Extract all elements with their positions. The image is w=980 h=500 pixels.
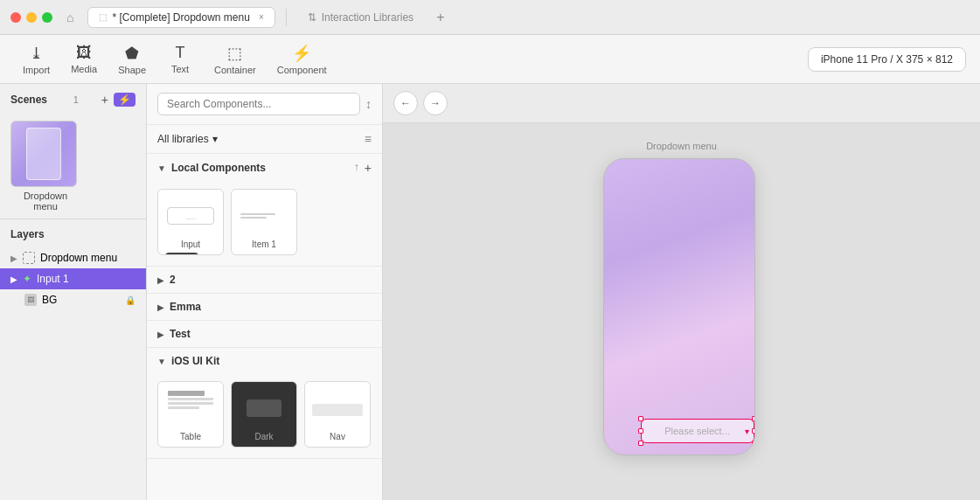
component-button[interactable]: ⚡ Component (268, 38, 336, 80)
close-button[interactable] (10, 12, 21, 23)
local-components-header[interactable]: ▼ Local Components ↑ + (147, 154, 382, 182)
section-2-arrow: ▶ (157, 275, 164, 285)
scenes-title: Scenes (10, 94, 47, 106)
nav-forward-button[interactable]: → (423, 91, 448, 115)
ios-comp-dark[interactable]: Dark (231, 381, 297, 448)
container-icon: ⬚ (227, 44, 242, 63)
ios-line-title (168, 391, 205, 396)
search-input[interactable] (157, 93, 360, 115)
ios-table-lines (165, 388, 216, 428)
comp-item1-preview (240, 207, 288, 225)
media-button[interactable]: 🖼 Media (62, 38, 106, 80)
ios-comp-label-dark: Dark (251, 430, 276, 443)
section-test-arrow: ▶ (157, 330, 164, 339)
ios-comp-nav[interactable]: Nav (304, 381, 371, 448)
device-selector[interactable]: iPhone 11 Pro / X 375 × 812 (808, 47, 966, 72)
layer-item-bg[interactable]: 🖼 BG 🔒 (0, 289, 146, 310)
library-filter-label: All libraries (157, 133, 209, 145)
handle-mr[interactable] (752, 428, 755, 434)
ios-comp-label-table: Table (177, 430, 205, 443)
layers-section: Layers ▶ Dropdown menu ▶ ✦ Input 1 🖼 BG … (0, 219, 146, 500)
input-tooltip: Input (165, 253, 198, 255)
list-view-icon[interactable]: ≡ (365, 132, 372, 146)
section-sort-icon[interactable]: ↑ (354, 161, 359, 175)
scenes-count: 1 (73, 94, 79, 105)
add-scene-button[interactable]: + (101, 93, 108, 107)
maximize-button[interactable] (42, 12, 52, 23)
comp-preview-item1 (238, 194, 290, 238)
local-components-title: Local Components (171, 162, 349, 174)
local-components-grid: ___ Input Input (147, 182, 382, 266)
handle-tr[interactable] (752, 416, 755, 421)
interaction-libraries-tab[interactable]: ⇅ Interaction Libraries (297, 8, 424, 27)
ios-dark-content (239, 388, 289, 428)
toolbar: ⤓ Import 🖼 Media ⬟ Shape T Text ⬚ Contai… (0, 35, 980, 84)
nav-back-button[interactable]: ← (393, 91, 418, 115)
tab-doc-icon: ⬚ (99, 12, 107, 22)
section-test: ▶ Test (147, 321, 382, 348)
scene-thumb-dropdown[interactable]: Dropdown menu (10, 121, 80, 212)
scene-thumbnails: Dropdown menu (0, 114, 146, 219)
component-card-input[interactable]: ___ Input Input (157, 189, 224, 255)
media-label: Media (71, 64, 97, 74)
search-bar: ↕ (147, 84, 382, 125)
section-ios-header[interactable]: ▼ iOS UI Kit (147, 348, 382, 374)
layer-item-dropdown[interactable]: ▶ Dropdown menu (0, 247, 146, 268)
import-icon: ⤓ (30, 44, 43, 63)
add-tab-button[interactable]: + (431, 8, 449, 27)
scene-thumb-image (10, 121, 77, 187)
device-input-box: Please select... ▾ (641, 419, 754, 443)
comp-line-1 (240, 213, 275, 215)
tab-close-button[interactable]: × (259, 12, 264, 22)
layer-expand-icon-input: ▶ (10, 274, 17, 284)
scenes-actions: + ⚡ (101, 93, 136, 107)
shape-label: Shape (118, 65, 146, 75)
section-add-icon[interactable]: + (365, 161, 372, 175)
minimize-button[interactable] (26, 12, 37, 23)
section-ios-title: iOS UI Kit (171, 355, 372, 367)
ios-line-3 (168, 406, 199, 409)
section-test-title: Test (170, 328, 372, 340)
ios-comp-label-nav: Nav (326, 430, 349, 443)
comp-input-preview-text: ___ (185, 212, 196, 219)
ios-components-grid: Table Dark Nav (147, 374, 382, 458)
layer-image-icon: 🖼 (24, 294, 37, 306)
section-2-header[interactable]: ▶ 2 (147, 267, 382, 293)
main-area: Scenes 1 + ⚡ Dropdown menu Layers ▶ Drop… (0, 84, 980, 500)
section-collapse-icon: ▼ (157, 163, 166, 173)
scene-thumb-inner (26, 128, 61, 180)
active-tab[interactable]: ⬚ * [Complete] Dropdown menu × (87, 7, 275, 28)
import-button[interactable]: ⤓ Import (14, 38, 59, 80)
tab-separator (286, 9, 287, 26)
section-test-header[interactable]: ▶ Test (147, 321, 382, 347)
component-label: Component (277, 65, 327, 75)
titlebar: ⌂ ⬚ * [Complete] Dropdown menu × ⇅ Inter… (0, 0, 980, 35)
container-button[interactable]: ⬚ Container (205, 38, 265, 80)
flash-scene-button[interactable]: ⚡ (114, 93, 136, 107)
ios-line-1 (168, 398, 213, 400)
shape-button[interactable]: ⬟ Shape (109, 38, 155, 80)
section-emma-header[interactable]: ▶ Emma (147, 294, 382, 320)
handle-br[interactable] (752, 441, 755, 446)
layer-name-dropdown: Dropdown menu (40, 252, 136, 264)
sort-icon[interactable]: ↕ (365, 97, 372, 111)
device-screen[interactable]: Please select... ▾ (603, 158, 755, 455)
text-button[interactable]: T Text (158, 38, 202, 80)
component-star-icon: ✦ (23, 273, 31, 285)
ios-comp-table[interactable]: Table (157, 381, 224, 448)
handle-ml[interactable] (638, 428, 643, 434)
handle-tl[interactable] (638, 416, 643, 421)
device-input-element[interactable]: Please select... ▾ (641, 419, 754, 443)
component-icon: ⚡ (292, 44, 311, 63)
handle-bl[interactable] (638, 441, 643, 446)
device-label: Dropdown menu (603, 141, 761, 151)
ios-dark-preview (238, 386, 290, 430)
library-dropdown[interactable]: All libraries ▾ (157, 133, 218, 145)
section-2: ▶ 2 (147, 267, 382, 294)
local-components-section: ▼ Local Components ↑ + ___ Input Input (147, 154, 382, 267)
layer-lock-icon: 🔒 (125, 295, 136, 305)
comp-preview-input: ___ (164, 194, 217, 238)
layer-item-input1[interactable]: ▶ ✦ Input 1 (0, 268, 146, 289)
component-card-item1[interactable]: Item 1 (231, 189, 297, 255)
scenes-header: Scenes 1 + ⚡ (0, 84, 146, 114)
